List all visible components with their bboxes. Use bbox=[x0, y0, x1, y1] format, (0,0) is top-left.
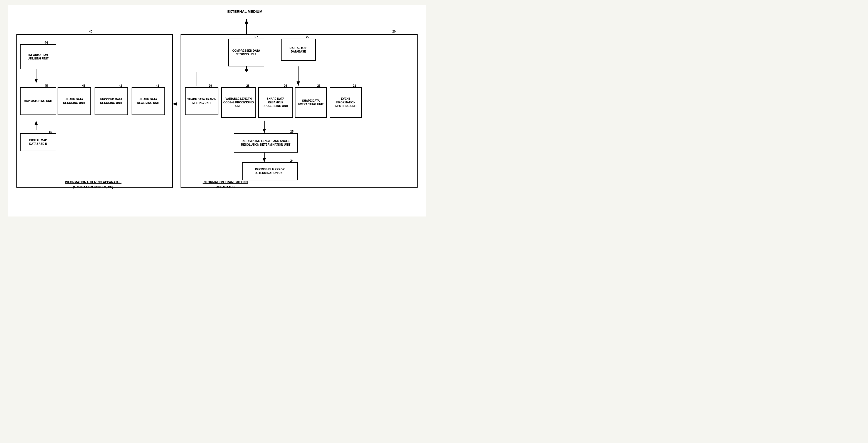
left-group-subtitle: (NAVIGATION SYSTEM, PC) bbox=[20, 185, 167, 189]
ref-23: 23 bbox=[317, 84, 320, 87]
shape-data-receiving-unit: SHAPE DATA RECEIVING UNIT bbox=[132, 87, 165, 115]
ref-42: 42 bbox=[119, 84, 122, 87]
digital-map-database-b: DIGITAL MAP DATABASE B bbox=[20, 133, 56, 151]
shape-data-transmitting-unit: SHAPE DATA TRANS- MITTING UNIT bbox=[185, 87, 218, 115]
digital-map-database: DIGITAL MAP DATABASE bbox=[281, 39, 316, 61]
diagram-container: EXTERNAL MEDIUM 40 20 INFORMATION UTILIZ… bbox=[8, 5, 426, 216]
ref-27: 27 bbox=[254, 35, 258, 39]
ref-43: 43 bbox=[82, 84, 85, 87]
information-utilizing-unit: INFORMATION UTILIZING UNIT bbox=[20, 44, 56, 69]
ref-24: 24 bbox=[290, 159, 293, 162]
ref-28: 28 bbox=[246, 84, 250, 87]
right-group-title: INFORMATION TRANSMITTING bbox=[184, 180, 267, 184]
ref-44: 44 bbox=[44, 41, 48, 44]
shape-data-resample-unit: SHAPE DATA RESAMPLE PROCESSING UNIT bbox=[258, 87, 293, 118]
ref-22: 22 bbox=[306, 35, 309, 39]
ref-29: 29 bbox=[209, 84, 212, 87]
permissible-error-unit: PERMISSIBLE ERROR DETERMINATION UNIT bbox=[242, 162, 298, 180]
ref-46: 46 bbox=[49, 130, 52, 134]
shape-data-extracting-unit: SHAPE DATA EXTRACTING UNIT bbox=[295, 87, 327, 118]
left-group-title: INFORMATION UTILIZING APPARATUS bbox=[20, 180, 167, 184]
variable-length-coding-unit: VARIABLE LENGTH CODING PROCESSING UNIT bbox=[221, 87, 256, 118]
group-ref-20: 20 bbox=[392, 30, 396, 33]
compressed-data-storing-unit: COMPRESSED DATA STORING UNIT bbox=[228, 39, 264, 66]
encoded-data-decoding-unit: ENCODED DATA DECODING UNIT bbox=[95, 87, 128, 115]
ref-21: 21 bbox=[353, 84, 356, 87]
map-matching-unit: MAP MATCHING UNIT bbox=[20, 87, 56, 115]
right-group-subtitle: APPARATUS bbox=[184, 185, 267, 189]
external-medium-label: EXTERNAL MEDIUM bbox=[189, 9, 301, 13]
ref-41: 41 bbox=[156, 84, 159, 87]
ref-25: 25 bbox=[290, 130, 293, 133]
ref-26: 26 bbox=[284, 84, 287, 87]
group-ref-40: 40 bbox=[89, 30, 92, 33]
resampling-length-unit: RESAMPLING LENGTH AND ANGLE RESOLUTION D… bbox=[234, 133, 298, 152]
ref-45: 45 bbox=[44, 84, 48, 87]
event-information-inputting-unit: EVENT INFORMATION INPUTTING UNIT bbox=[330, 87, 362, 118]
shape-data-decoding-unit: SHAPE DATA DECODING UNIT bbox=[58, 87, 91, 115]
